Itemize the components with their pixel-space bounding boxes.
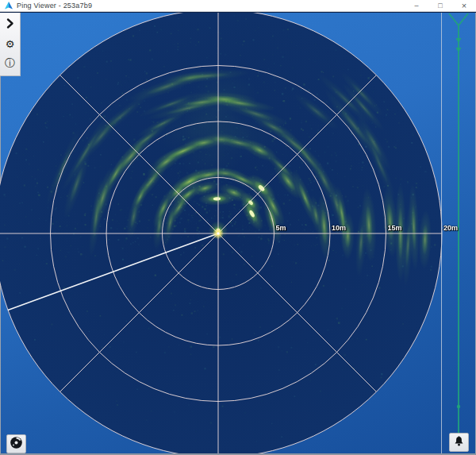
ping360-device-icon xyxy=(10,436,23,452)
ping-viewer-window: 5m10m15m20m Ping Viewer - 253a7b9 – □ × … xyxy=(0,0,476,455)
bell-icon xyxy=(453,436,465,449)
window-controls: – □ × xyxy=(405,0,476,11)
window-title: Ping Viewer - 253a7b9 xyxy=(17,2,92,10)
close-button[interactable]: × xyxy=(452,0,476,11)
notifications-button[interactable] xyxy=(449,433,469,452)
replay-split-handle[interactable] xyxy=(443,11,476,444)
right-panel-divider xyxy=(441,12,442,455)
info-icon: ⓘ xyxy=(5,58,15,68)
chevron-right-icon xyxy=(6,17,14,32)
settings-button[interactable]: ⚙ xyxy=(2,34,18,53)
device-manager-button[interactable] xyxy=(6,434,26,453)
minimize-button[interactable]: – xyxy=(405,0,428,11)
app-logo-icon xyxy=(5,2,13,10)
title-bar: Ping Viewer - 253a7b9 – □ × xyxy=(0,0,476,12)
info-button[interactable]: ⓘ xyxy=(2,53,18,72)
maximize-button[interactable]: □ xyxy=(428,0,452,11)
open-menu-button[interactable] xyxy=(2,15,18,34)
left-toolbar: ⚙ ⓘ xyxy=(0,13,21,76)
sonar-polar-display xyxy=(0,0,476,455)
gear-icon: ⚙ xyxy=(6,39,15,49)
